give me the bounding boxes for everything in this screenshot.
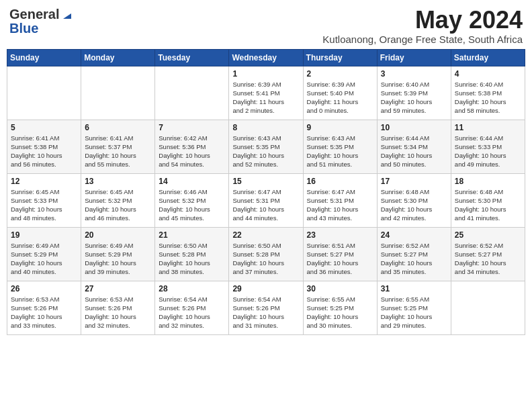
day-number: 1 — [232, 69, 299, 79]
weekday-header-saturday: Saturday — [451, 49, 525, 66]
calendar-cell: 12Sunrise: 6:45 AMSunset: 5:33 PMDayligh… — [7, 173, 81, 227]
page-header: General Blue May 2024 Kutloanong, Orange… — [7, 7, 525, 45]
day-number: 18 — [455, 177, 521, 186]
day-info: Sunrise: 6:48 AMSunset: 5:30 PMDaylight:… — [381, 187, 447, 223]
day-number: 2 — [307, 69, 373, 79]
day-number: 7 — [159, 123, 225, 132]
day-info: Sunrise: 6:50 AMSunset: 5:28 PMDaylight:… — [232, 241, 299, 277]
day-info: Sunrise: 6:45 AMSunset: 5:32 PMDaylight:… — [85, 187, 151, 223]
day-info: Sunrise: 6:51 AMSunset: 5:27 PMDaylight:… — [307, 241, 373, 277]
day-info: Sunrise: 6:47 AMSunset: 5:31 PMDaylight:… — [232, 187, 299, 223]
calendar-cell: 19Sunrise: 6:49 AMSunset: 5:29 PMDayligh… — [7, 227, 81, 281]
calendar-cell: 28Sunrise: 6:54 AMSunset: 5:26 PMDayligh… — [155, 281, 229, 334]
day-info: Sunrise: 6:53 AMSunset: 5:26 PMDaylight:… — [11, 295, 77, 330]
logo-blue: Blue — [9, 21, 38, 36]
calendar-cell: 30Sunrise: 6:55 AMSunset: 5:25 PMDayligh… — [303, 281, 377, 334]
day-info: Sunrise: 6:53 AMSunset: 5:26 PMDaylight:… — [85, 295, 151, 330]
week-row-3: 12Sunrise: 6:45 AMSunset: 5:33 PMDayligh… — [7, 173, 525, 227]
calendar-cell: 6Sunrise: 6:41 AMSunset: 5:37 PMDaylight… — [81, 120, 155, 173]
calendar-cell — [451, 281, 525, 334]
day-number: 15 — [232, 177, 299, 186]
day-info: Sunrise: 6:45 AMSunset: 5:33 PMDaylight:… — [11, 187, 77, 223]
calendar-cell: 3Sunrise: 6:40 AMSunset: 5:39 PMDaylight… — [377, 66, 451, 120]
weekday-header-tuesday: Tuesday — [155, 49, 229, 66]
calendar-cell: 11Sunrise: 6:44 AMSunset: 5:33 PMDayligh… — [451, 120, 525, 173]
day-number: 30 — [307, 284, 373, 293]
calendar-cell: 14Sunrise: 6:46 AMSunset: 5:32 PMDayligh… — [155, 173, 229, 227]
day-number: 29 — [232, 284, 299, 293]
day-info: Sunrise: 6:49 AMSunset: 5:29 PMDaylight:… — [11, 241, 77, 277]
day-info: Sunrise: 6:47 AMSunset: 5:31 PMDaylight:… — [307, 187, 373, 223]
calendar-cell: 26Sunrise: 6:53 AMSunset: 5:26 PMDayligh… — [7, 281, 81, 334]
calendar-cell: 21Sunrise: 6:50 AMSunset: 5:28 PMDayligh… — [155, 227, 229, 281]
calendar-cell: 29Sunrise: 6:54 AMSunset: 5:26 PMDayligh… — [229, 281, 303, 334]
calendar-cell: 10Sunrise: 6:44 AMSunset: 5:34 PMDayligh… — [377, 120, 451, 173]
calendar-cell: 1Sunrise: 6:39 AMSunset: 5:41 PMDaylight… — [229, 66, 303, 120]
day-number: 6 — [85, 123, 151, 132]
day-number: 21 — [159, 230, 225, 240]
calendar-cell: 24Sunrise: 6:52 AMSunset: 5:27 PMDayligh… — [377, 227, 451, 281]
calendar-cell: 4Sunrise: 6:40 AMSunset: 5:38 PMDaylight… — [451, 66, 525, 120]
calendar-cell: 20Sunrise: 6:49 AMSunset: 5:29 PMDayligh… — [81, 227, 155, 281]
day-number: 31 — [381, 284, 447, 293]
calendar-cell: 9Sunrise: 6:43 AMSunset: 5:35 PMDaylight… — [303, 120, 377, 173]
calendar-cell: 8Sunrise: 6:43 AMSunset: 5:35 PMDaylight… — [229, 120, 303, 173]
day-info: Sunrise: 6:52 AMSunset: 5:27 PMDaylight:… — [455, 241, 521, 277]
logo-general: General — [9, 7, 59, 22]
day-info: Sunrise: 6:39 AMSunset: 5:41 PMDaylight:… — [232, 80, 299, 116]
day-number: 14 — [159, 177, 225, 186]
day-info: Sunrise: 6:40 AMSunset: 5:38 PMDaylight:… — [455, 80, 521, 116]
calendar-cell: 15Sunrise: 6:47 AMSunset: 5:31 PMDayligh… — [229, 173, 303, 227]
weekday-header-thursday: Thursday — [303, 49, 377, 66]
day-info: Sunrise: 6:54 AMSunset: 5:26 PMDaylight:… — [159, 295, 225, 330]
calendar-cell: 2Sunrise: 6:39 AMSunset: 5:40 PMDaylight… — [303, 66, 377, 120]
day-info: Sunrise: 6:48 AMSunset: 5:30 PMDaylight:… — [455, 187, 521, 223]
day-info: Sunrise: 6:44 AMSunset: 5:33 PMDaylight:… — [455, 134, 521, 169]
calendar-cell — [7, 66, 81, 120]
day-info: Sunrise: 6:52 AMSunset: 5:27 PMDaylight:… — [381, 241, 447, 277]
week-row-1: 1Sunrise: 6:39 AMSunset: 5:41 PMDaylight… — [7, 66, 525, 120]
day-number: 17 — [381, 177, 447, 186]
weekday-header-friday: Friday — [377, 49, 451, 66]
calendar-cell: 17Sunrise: 6:48 AMSunset: 5:30 PMDayligh… — [377, 173, 451, 227]
location-title: Kutloanong, Orange Free State, South Afr… — [322, 34, 523, 45]
day-number: 10 — [381, 123, 447, 132]
day-info: Sunrise: 6:41 AMSunset: 5:38 PMDaylight:… — [11, 134, 77, 169]
day-info: Sunrise: 6:44 AMSunset: 5:34 PMDaylight:… — [381, 134, 447, 169]
day-info: Sunrise: 6:55 AMSunset: 5:25 PMDaylight:… — [381, 295, 447, 330]
calendar-cell: 31Sunrise: 6:55 AMSunset: 5:25 PMDayligh… — [377, 281, 451, 334]
day-number: 25 — [455, 230, 521, 240]
day-info: Sunrise: 6:41 AMSunset: 5:37 PMDaylight:… — [85, 134, 151, 169]
title-area: May 2024 Kutloanong, Orange Free State, … — [322, 7, 523, 45]
weekday-header-wednesday: Wednesday — [229, 49, 303, 66]
calendar-cell — [81, 66, 155, 120]
day-number: 28 — [159, 284, 225, 293]
day-info: Sunrise: 6:54 AMSunset: 5:26 PMDaylight:… — [232, 295, 299, 330]
day-number: 27 — [85, 284, 151, 293]
weekday-header-monday: Monday — [81, 49, 155, 66]
calendar-cell: 5Sunrise: 6:41 AMSunset: 5:38 PMDaylight… — [7, 120, 81, 173]
calendar-cell: 16Sunrise: 6:47 AMSunset: 5:31 PMDayligh… — [303, 173, 377, 227]
day-info: Sunrise: 6:55 AMSunset: 5:25 PMDaylight:… — [307, 295, 373, 330]
day-number: 23 — [307, 230, 373, 240]
calendar-cell: 18Sunrise: 6:48 AMSunset: 5:30 PMDayligh… — [451, 173, 525, 227]
calendar-cell: 7Sunrise: 6:42 AMSunset: 5:36 PMDaylight… — [155, 120, 229, 173]
calendar-cell: 22Sunrise: 6:50 AMSunset: 5:28 PMDayligh… — [229, 227, 303, 281]
day-number: 8 — [232, 123, 299, 132]
weekday-header-sunday: Sunday — [7, 49, 81, 66]
day-number: 22 — [232, 230, 299, 240]
svg-marker-0 — [63, 13, 71, 19]
week-row-2: 5Sunrise: 6:41 AMSunset: 5:38 PMDaylight… — [7, 120, 525, 173]
calendar-cell: 13Sunrise: 6:45 AMSunset: 5:32 PMDayligh… — [81, 173, 155, 227]
week-row-4: 19Sunrise: 6:49 AMSunset: 5:29 PMDayligh… — [7, 227, 525, 281]
day-info: Sunrise: 6:40 AMSunset: 5:39 PMDaylight:… — [381, 80, 447, 116]
day-number: 3 — [381, 69, 447, 79]
day-info: Sunrise: 6:42 AMSunset: 5:36 PMDaylight:… — [159, 134, 225, 169]
day-info: Sunrise: 6:43 AMSunset: 5:35 PMDaylight:… — [232, 134, 299, 169]
calendar-cell — [155, 66, 229, 120]
day-info: Sunrise: 6:50 AMSunset: 5:28 PMDaylight:… — [159, 241, 225, 277]
calendar-table: SundayMondayTuesdayWednesdayThursdayFrid… — [7, 49, 525, 335]
calendar-cell: 25Sunrise: 6:52 AMSunset: 5:27 PMDayligh… — [451, 227, 525, 281]
logo: General Blue — [9, 7, 71, 36]
day-number: 13 — [85, 177, 151, 186]
